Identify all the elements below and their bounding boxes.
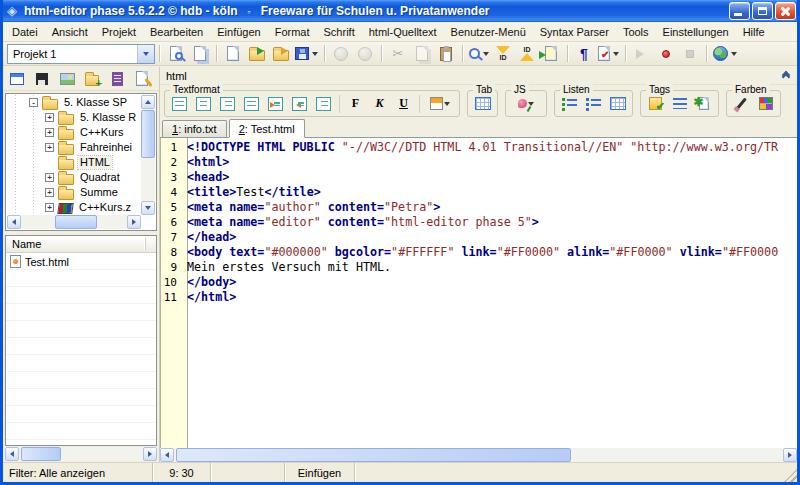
scroll-thumb[interactable] [55,215,97,229]
maximize-button[interactable] [752,2,773,20]
tree-horizontal-scrollbar[interactable] [7,215,141,229]
underline-button[interactable]: U [392,93,415,114]
code-editor[interactable]: 1<!DOCTYPE HTML PUBLIC "-//W3C//DTD HTML… [160,138,797,448]
menu-bearbeiten[interactable]: Bearbeiten [143,23,210,41]
menu-datei[interactable]: Datei [5,23,45,41]
scroll-down-button[interactable] [141,201,155,215]
menu-ansicht[interactable]: Ansicht [45,23,95,41]
menu-einstellungen[interactable]: Einstellungen [656,23,736,41]
save-button[interactable] [293,43,320,65]
close-button[interactable] [775,2,796,20]
bold-button[interactable]: F [344,93,367,114]
align-justify-button[interactable] [240,93,263,114]
file-list-header[interactable]: Name [6,236,156,253]
add-folder-button[interactable]: + [82,69,102,89]
tree-item-html[interactable]: HTML [7,155,141,170]
scroll-left-button[interactable] [5,447,19,461]
scroll-right-button[interactable] [143,447,157,461]
tree-item-5-klasse-r[interactable]: +5. Klasse R [7,110,141,125]
window-view-button[interactable] [7,69,27,89]
text-color-button[interactable] [730,93,753,114]
macro-stop-button[interactable] [678,43,702,65]
scroll-left-button[interactable] [7,215,21,229]
tree-vertical-scrollbar[interactable] [141,95,155,215]
tree-item-5-klasse-sp[interactable]: -5. Klasse SP [7,95,141,110]
new-file-button[interactable] [221,43,245,65]
expand-icon[interactable]: + [45,113,54,122]
edit-tag-button[interactable]: ✔ [644,93,667,114]
list-table-button[interactable] [606,93,629,114]
project-report-button[interactable] [107,69,127,89]
editor-horizontal-scrollbar[interactable] [160,448,797,462]
save-project-button[interactable] [32,69,52,89]
validate-button[interactable]: ✔ [596,43,621,65]
paste-button[interactable] [434,43,458,65]
insert-script-button[interactable] [509,93,543,114]
scroll-right-button[interactable] [783,448,797,462]
italic-button[interactable]: K [368,93,391,114]
tab-2-test-html[interactable]: 2: Test.html [229,119,305,138]
menu-einf-gen[interactable]: Einfügen [210,23,267,41]
scroll-left-button[interactable] [160,448,174,462]
project-files-button[interactable] [188,43,212,65]
undo-button[interactable] [329,43,353,65]
resize-grip[interactable] [784,469,797,482]
copy-button[interactable] [410,43,434,65]
scroll-thumb[interactable] [176,448,571,462]
indent-increase-button[interactable] [264,93,287,114]
menu-benutzer-men[interactable]: Benutzer-Menü [444,23,533,41]
expand-icon[interactable]: + [45,128,54,137]
numbered-list-button[interactable] [582,93,605,114]
tab-1-info-txt[interactable]: 1: info.txt [162,120,227,137]
import-button[interactable] [269,43,293,65]
collapse-icon[interactable]: - [29,98,38,107]
expand-icon[interactable]: + [45,143,54,152]
menu-tools[interactable]: Tools [616,23,656,41]
expand-icon[interactable]: + [45,173,54,182]
show-paragraphs-button[interactable]: ¶ [572,43,596,65]
scroll-thumb[interactable] [21,447,61,461]
tree-item-summe[interactable]: +Summe [7,185,141,200]
align-left-button[interactable] [168,93,191,114]
preview-button[interactable] [164,43,188,65]
menu-schrift[interactable]: Schrift [317,23,362,41]
expand-icon[interactable]: + [45,188,54,197]
image-browser-button[interactable] [57,69,77,89]
new-tag-button[interactable]: ✱ [692,93,715,114]
scroll-up-button[interactable] [141,95,155,109]
open-file-button[interactable] [245,43,269,65]
scroll-thumb[interactable] [141,110,155,158]
file-item-test-html[interactable]: Test.html [6,253,156,270]
menu-html-quelltext[interactable]: html-Quelltext [362,23,444,41]
edit-document-button[interactable] [132,69,152,89]
menu-hilfe[interactable]: Hilfe [736,23,772,41]
align-right-button[interactable] [216,93,239,114]
macro-record-button[interactable] [654,43,678,65]
sidebar-horizontal-scrollbar[interactable] [5,447,157,461]
collapse-toolbar-button[interactable] [783,72,789,80]
browser-preview-button[interactable] [711,43,739,65]
zoom-button[interactable] [467,43,491,65]
tree-item-quadrat[interactable]: +Quadrat [7,170,141,185]
tag-list-button[interactable] [668,93,691,114]
menu-projekt[interactable]: Projekt [95,23,143,41]
project-selector[interactable]: Projekt 1 [7,44,155,64]
menu-format[interactable]: Format [268,23,317,41]
goto-id-button[interactable]: ID [515,43,539,65]
tree-item-c-kurs-z[interactable]: +C++Kurs.z [7,200,141,215]
expand-icon[interactable]: + [45,203,54,212]
menu-syntax-parser[interactable]: Syntax Parser [533,23,616,41]
project-selector-dropdown[interactable] [137,45,154,63]
insert-table-button[interactable] [471,93,494,114]
bullet-list-button[interactable] [558,93,581,114]
indent-decrease-button[interactable] [288,93,311,114]
font-style-dropdown[interactable] [424,93,456,114]
color-palette-button[interactable] [754,93,777,114]
redo-button[interactable] [353,43,377,65]
scroll-right-button[interactable] [127,215,141,229]
paragraph-format-button[interactable] [312,93,335,114]
tree-item-c-kurs[interactable]: +C++Kurs [7,125,141,140]
macro-play-button[interactable] [630,43,654,65]
align-center-button[interactable] [192,93,215,114]
export-button[interactable] [539,43,563,65]
